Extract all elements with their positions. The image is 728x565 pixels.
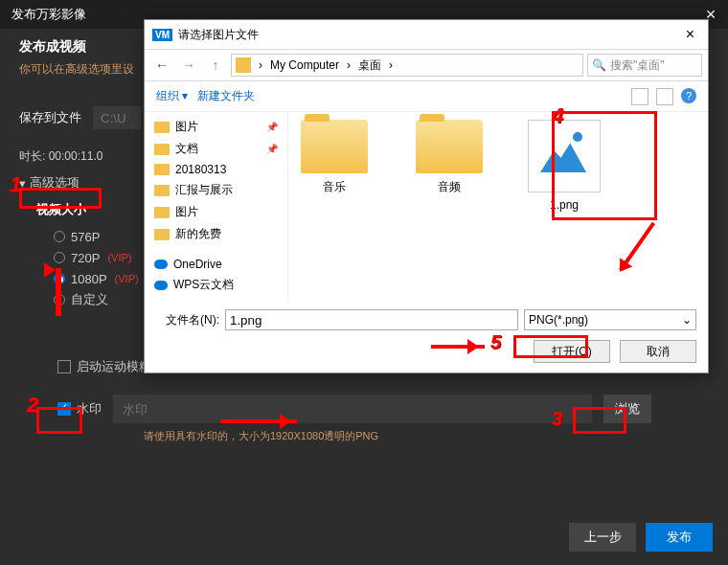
folder-icon	[154, 229, 170, 240]
save-to-label: 保存到文件	[19, 109, 81, 126]
chevron-down-icon: ⌄	[682, 313, 692, 327]
cancel-button[interactable]: 取消	[620, 340, 696, 363]
publish-button[interactable]: 发布	[646, 523, 713, 552]
folder-icon	[154, 207, 170, 218]
image-icon	[528, 120, 601, 192]
tree-item[interactable]: WPS云文档	[145, 274, 287, 296]
nav-up-icon[interactable]: ↑	[204, 54, 227, 77]
folder-icon	[154, 185, 170, 196]
new-folder-button[interactable]: 新建文件夹	[197, 88, 255, 104]
folder-item-music[interactable]: 音乐	[296, 120, 373, 292]
view-list-icon[interactable]	[656, 88, 673, 105]
file-dialog: VM 请选择图片文件 × ← → ↑ ›My Computer ›桌面› 🔍 搜…	[144, 19, 709, 373]
prev-button[interactable]: 上一步	[569, 523, 636, 552]
dialog-title: 请选择图片文件	[178, 27, 259, 43]
save-path-input[interactable]	[93, 106, 141, 129]
folder-icon	[154, 122, 170, 133]
app-badge: VM	[152, 29, 172, 41]
view-icon[interactable]	[631, 88, 648, 105]
folder-tree: 图片📌 文档📌 20180313 汇报与展示 图片 新的免费 OneDrive …	[145, 112, 288, 300]
filename-label: 文件名(N):	[156, 312, 219, 328]
open-button[interactable]: 打开(O)	[534, 340, 610, 363]
motion-blur-checkbox[interactable]: 启动运动模糊	[57, 358, 151, 375]
cloud-icon	[154, 281, 168, 290]
filename-input[interactable]	[225, 309, 518, 330]
folder-item-audio[interactable]: 音频	[411, 120, 488, 292]
tree-item[interactable]: 图片	[145, 201, 287, 223]
watermark-path-input[interactable]	[113, 395, 592, 423]
arrow-icon	[220, 419, 297, 423]
watermark-tip: 请使用具有水印的，大小为1920X1080透明的PNG	[144, 429, 709, 443]
folder-icon	[154, 164, 170, 175]
search-input[interactable]: 🔍 搜索"桌面"	[587, 54, 702, 77]
folder-icon	[236, 57, 251, 73]
arrow-icon	[56, 268, 61, 316]
nav-back-icon[interactable]: ←	[150, 54, 173, 77]
annotation-4: 4	[552, 103, 563, 128]
organize-menu[interactable]: 组织 ▾	[156, 88, 188, 104]
browse-button[interactable]: 浏览	[603, 395, 651, 423]
watermark-checkbox[interactable]: 水印	[57, 400, 102, 418]
folder-icon	[301, 120, 368, 173]
advanced-label: 高级选项	[30, 174, 80, 192]
window-title: 发布万彩影像	[11, 6, 86, 23]
tree-item[interactable]: 新的免费	[145, 223, 287, 245]
tree-item[interactable]: 20180313	[145, 160, 287, 179]
annotation-5: 5	[490, 331, 501, 353]
dialog-close-icon[interactable]: ×	[680, 26, 700, 43]
nav-forward-icon[interactable]: →	[177, 54, 200, 77]
filetype-select[interactable]: PNG(*.png)⌄	[524, 309, 696, 330]
folder-icon	[416, 120, 483, 173]
breadcrumb[interactable]: ›My Computer ›桌面›	[231, 54, 583, 77]
search-icon: 🔍	[592, 58, 606, 72]
help-icon[interactable]: ?	[681, 88, 696, 103]
annotation-3: 3	[552, 408, 562, 430]
tree-item[interactable]: 文档📌	[145, 138, 287, 160]
annotation-2: 2	[27, 393, 38, 418]
arrow-icon	[431, 345, 485, 349]
tree-item[interactable]: OneDrive	[145, 255, 287, 274]
tree-item[interactable]: 图片📌	[145, 116, 287, 138]
tree-item[interactable]: 汇报与展示	[145, 179, 287, 201]
cloud-icon	[154, 260, 168, 269]
folder-icon	[154, 144, 170, 155]
file-item-1png[interactable]: 1.png	[526, 120, 603, 292]
pin-icon: 📌	[266, 122, 278, 132]
pin-icon: 📌	[266, 144, 278, 154]
annotation-1: 1	[10, 172, 21, 197]
